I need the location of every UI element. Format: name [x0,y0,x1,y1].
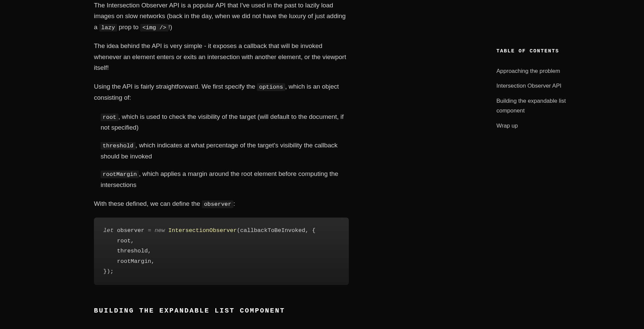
list-item1-text: , which is used to check the visibility … [101,113,343,131]
inline-code-rootmargin: rootMargin [101,171,139,178]
para3-start: Using the API is fairly straightforward.… [94,83,257,90]
inline-code-img: <img /> [140,24,168,32]
list-item2-text: , which indicates at what percentage of … [101,142,337,160]
intro-paragraph: The Intersection Observer API is a popul… [94,0,349,33]
toc-list: Approaching the problem Intersection Obs… [496,64,577,134]
para4-start: With these defined, we can define the [94,200,202,207]
inline-code-lazy: lazy [99,24,117,32]
paragraph-defined: With these defined, we can define the ob… [94,198,349,209]
inline-code-options: options [257,83,285,91]
toc-item-building[interactable]: Building the expandable list component [496,94,577,119]
toc-title: TABLE OF CONTENTS [496,47,577,56]
paragraph-idea: The idea behind the API is very simple -… [94,41,349,73]
paragraph-usage: Using the API is fairly straightforward.… [94,81,349,103]
code-new: new [151,227,168,234]
code-keyword-let: let [103,227,114,234]
paragraph-intersection-perfect: The intersection API is perfect for our … [94,327,349,329]
toc-item-wrapup[interactable]: Wrap up [496,119,577,134]
code-class: IntersectionObserver [168,227,237,234]
table-of-contents: TABLE OF CONTENTS Approaching the proble… [496,47,577,134]
list-item-threshold: threshold, which indicates at what perce… [101,140,349,162]
code-eq: = [148,227,151,234]
toc-item-approaching[interactable]: Approaching the problem [496,64,577,79]
list-item-root: root, which is used to check the visibil… [101,111,349,133]
code-args: (callbackToBeInvoked, { [237,227,316,234]
code-line2: root, [103,238,134,244]
code-block-observer: let observer = new IntersectionObserver(… [94,218,349,285]
code-line3: threshold, [103,248,151,254]
code-line4: rootMargin, [103,258,155,265]
section-heading-building: BUILDING THE EXPANDABLE LIST COMPONENT [94,305,349,317]
options-list: root, which is used to check the visibil… [94,111,349,191]
code-var: observer [114,227,148,234]
intro-end: !) [168,23,172,31]
article-content: The Intersection Observer API is a popul… [94,0,349,329]
inline-code-root: root [101,113,118,121]
code-line5: }); [103,268,114,275]
intro-mid: prop to [117,23,141,31]
toc-item-intersection[interactable]: Intersection Observer API [496,79,577,94]
inline-code-threshold: threshold [101,142,136,150]
inline-code-observer: observer [202,200,233,208]
para4-end: : [233,200,235,207]
list-item-rootmargin: rootMargin, which applies a margin aroun… [101,169,349,190]
